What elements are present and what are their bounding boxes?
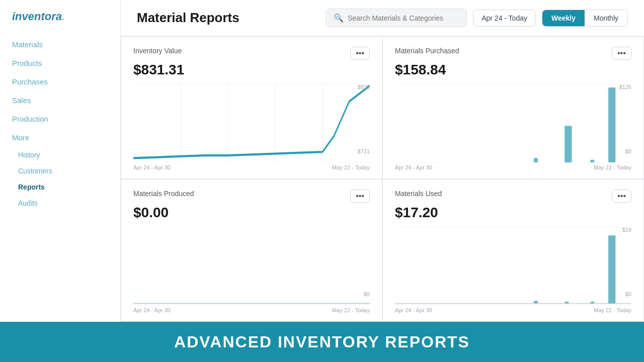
header: Material Reports 🔍 Apr 24 - Today Weekly… [121, 0, 644, 36]
bottom-banner: ADVANCED INVENTORY REPORTS [0, 322, 644, 362]
svg-rect-10 [534, 158, 538, 162]
svg-rect-16 [608, 235, 615, 303]
chart-header: Materials Purchased ••• [395, 47, 631, 60]
chart-date-end: May 22 - Today [594, 164, 631, 170]
banner-text: ADVANCED INVENTORY REPORTS [174, 333, 470, 351]
flat-chart-svg [133, 227, 370, 305]
chart-date-start: Apr 24 - Apr 30 [395, 307, 432, 313]
chart-date-start: Apr 24 - Apr 30 [133, 307, 171, 313]
chart-title: Inventory Value [133, 47, 182, 55]
search-bar[interactable]: 🔍 [326, 9, 467, 27]
chart-materials-used: Materials Used ••• $17.20 $18 [382, 179, 644, 322]
sidebar-sub-item-audits[interactable]: Audits [0, 195, 120, 211]
chart-value: $17.20 [395, 205, 631, 221]
sidebar-nav: Materials Products Purchases Sales Produ… [0, 35, 120, 211]
chart-date-end: May 22 - Today [332, 307, 370, 313]
sidebar-item-materials[interactable]: Materials [0, 35, 120, 54]
search-input[interactable] [348, 14, 459, 22]
chart-value: $158.84 [395, 62, 631, 78]
chart-footer: Apr 24 - Apr 30 May 22 - Today [133, 307, 370, 313]
page-title: Material Reports [137, 10, 239, 26]
y-axis-bottom: $0 [364, 291, 370, 297]
charts-grid: Inventory Value ••• $831.31 $832 [121, 36, 644, 322]
chart-area: $18 $0 [395, 227, 631, 305]
logo-text: inventora. [12, 10, 65, 23]
svg-rect-18 [565, 302, 569, 303]
sidebar-sub-item-customers[interactable]: Customers [0, 163, 120, 179]
chart-area: $125 $0 [395, 84, 631, 162]
svg-rect-11 [590, 160, 594, 162]
date-range-button[interactable]: Apr 24 - Today [473, 10, 536, 27]
chart-value: $0.00 [133, 205, 370, 221]
chart-area: $832 $721 [133, 84, 370, 162]
chart-header: Inventory Value ••• [133, 47, 370, 60]
svg-rect-17 [534, 301, 538, 303]
sidebar-item-purchases[interactable]: Purchases [0, 72, 120, 91]
chart-header: Materials Used ••• [395, 190, 631, 203]
chart-date-end: May 22 - Today [332, 164, 370, 170]
y-axis-top: $832 [358, 84, 370, 90]
sidebar: inventora. Materials Products Purchases … [0, 0, 121, 322]
chart-date-start: Apr 24 - Apr 30 [133, 164, 171, 170]
chart-value: $831.31 [133, 62, 370, 78]
chart-more-button[interactable]: ••• [350, 190, 370, 203]
sidebar-item-production[interactable]: Production [0, 110, 120, 128]
chart-date-start: Apr 24 - Apr 30 [395, 164, 432, 170]
sidebar-sub-item-reports[interactable]: Reports [0, 179, 120, 195]
y-axis-bottom: $0 [625, 291, 631, 297]
svg-rect-8 [565, 126, 572, 162]
line-chart-svg [133, 84, 370, 162]
chart-footer: Apr 24 - Apr 30 May 22 - Today [395, 307, 631, 313]
monthly-toggle-button[interactable]: Monthly [585, 10, 627, 26]
chart-more-button[interactable]: ••• [612, 47, 631, 60]
chart-area: $0 [133, 227, 370, 305]
y-axis-top: $125 [619, 84, 631, 90]
y-axis-top: $18 [622, 227, 631, 233]
main-content: Material Reports 🔍 Apr 24 - Today Weekly… [121, 0, 644, 322]
chart-materials-produced: Materials Produced ••• $0.00 $0 Apr 24 -… [121, 179, 382, 322]
chart-title: Materials Purchased [395, 47, 459, 55]
sidebar-sub-item-history[interactable]: History [0, 147, 120, 163]
chart-inventory-value: Inventory Value ••• $831.31 $832 [121, 36, 382, 179]
chart-more-button[interactable]: ••• [350, 47, 370, 60]
logo: inventora. [0, 10, 120, 35]
chart-title: Materials Produced [133, 190, 194, 198]
chart-more-button[interactable]: ••• [612, 190, 631, 203]
sidebar-item-more[interactable]: More [0, 128, 120, 147]
svg-rect-19 [590, 302, 594, 303]
chart-materials-purchased: Materials Purchased ••• $158.84 $125 [382, 36, 644, 179]
chart-footer: Apr 24 - Apr 30 May 22 - Today [133, 164, 370, 170]
chart-title: Materials Used [395, 190, 442, 198]
sidebar-item-sales[interactable]: Sales [0, 91, 120, 110]
chart-footer: Apr 24 - Apr 30 May 22 - Today [395, 164, 631, 170]
y-axis-bottom: $0 [625, 148, 631, 154]
svg-rect-9 [608, 87, 615, 162]
y-axis-bottom: $721 [358, 148, 370, 154]
chart-date-end: May 22 - Today [594, 307, 631, 313]
sidebar-item-products[interactable]: Products [0, 54, 120, 72]
chart-header: Materials Produced ••• [133, 190, 370, 203]
header-controls: 🔍 Apr 24 - Today Weekly Monthly [326, 9, 628, 27]
period-toggle-group: Weekly Monthly [542, 10, 628, 27]
weekly-toggle-button[interactable]: Weekly [542, 10, 585, 26]
search-icon: 🔍 [334, 13, 344, 23]
bar-chart-svg [395, 84, 631, 162]
bar-small-chart-svg [395, 227, 631, 305]
